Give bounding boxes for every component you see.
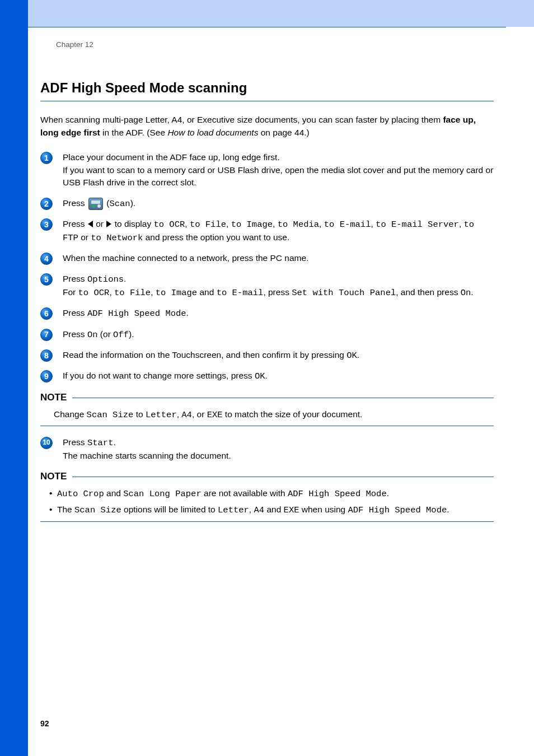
step-7: 7 Press On (or Off). [40,328,494,341]
s3-o4: to Media [278,220,319,230]
corner-block [0,0,28,27]
step-badge-8: 8 [40,349,53,362]
s6-code: ADF High Speed Mode [87,309,186,319]
chapter-label: Chapter 12 [56,39,494,50]
note2-bullet-1: Auto Crop and Scan Long Paper are not av… [49,487,494,500]
note-1-label: NOTE [40,391,72,405]
top-rule [28,27,506,27]
intro-paragraph: When scanning multi-page Letter, A4, or … [40,114,494,139]
step-badge-2: 2 [40,198,53,210]
s3-o5: to E-mail [324,220,371,230]
step-5: 5 Press Options. For to OCR, to File, to… [40,273,494,299]
note-2-body: Auto Crop and Scan Long Paper are not av… [49,487,494,517]
note2-bullet-2: The Scan Size options will be limited to… [49,503,494,516]
step10-line2: The machine starts scanning the document… [63,451,231,460]
step-1: 1 Place your document in the ADF face up… [40,151,494,189]
step2-pre: Press [63,198,87,208]
step2-code: Scan [109,199,130,209]
step-badge-3: 3 [40,218,53,231]
step-3: 3 Press or to display to OCR, to File, t… [40,218,494,244]
right-arrow-icon [106,221,111,227]
s3-o2: to File [190,220,226,230]
s3-o8: to Network [91,233,143,243]
step-badge-10: 10 [40,437,53,449]
header-band [0,0,534,27]
step-10: 10 Press Start. The machine starts scann… [40,436,494,462]
step-badge-6: 6 [40,307,53,320]
step-badge-7: 7 [40,329,53,341]
s3-pre: Press [63,219,87,228]
s3-mid1: or [93,219,106,228]
side-band [0,0,28,756]
note-2-close [40,521,494,522]
section-title: ADF High Speed Mode scanning [40,78,494,98]
step-badge-1: 1 [40,152,53,164]
note-1-line [72,398,494,398]
step4-text: When the machine connected to a network,… [63,253,308,263]
step-9: 9 If you do not want to change more sett… [40,370,494,382]
s3-post: and press the option you want to use. [143,232,289,242]
step-6: 6 Press ADF High Speed Mode. [40,307,494,320]
intro-pre: When scanning multi-page Letter, A4, or … [40,115,443,124]
left-arrow-icon [88,221,93,227]
note-2-label: NOTE [40,470,72,484]
s3-o6: to E-mail Server [376,220,459,230]
intro-link: How to load documents [167,128,258,137]
step-4: 4 When the machine connected to a networ… [40,252,494,265]
step-8: 8 Read the information on the Touchscree… [40,349,494,362]
step-badge-9: 9 [40,370,53,382]
page-content: Chapter 12 ADF High Speed Mode scanning … [40,39,494,532]
step2-pclose: ). [130,198,135,208]
step1-line1: Place your document in the ADF face up, … [63,152,280,162]
step-2: 2 Press (Scan). [40,197,494,210]
step1-line2: If you want to scan to a memory card or … [63,165,493,187]
note-2-header: NOTE [40,470,494,484]
intro-mid: in the ADF. (See [100,128,168,137]
page-number: 92 [40,718,49,729]
step-badge-5: 5 [40,273,53,286]
s5-options: Options [87,274,124,284]
s3-o1: to OCR [153,220,185,230]
section-underline [40,101,494,101]
note-2-line [72,477,494,477]
step2-popen: ( [104,198,109,208]
intro-post: on page 44.) [258,128,309,137]
note-1-body: Change Scan Size to Letter, A4, or EXE t… [54,408,494,421]
note-1-header: NOTE [40,391,494,405]
s3-mid2: to display [112,219,153,228]
note-1-close [40,426,494,426]
scan-icon [88,198,103,210]
step-badge-4: 4 [40,253,53,265]
s3-o3: to Image [231,220,273,230]
